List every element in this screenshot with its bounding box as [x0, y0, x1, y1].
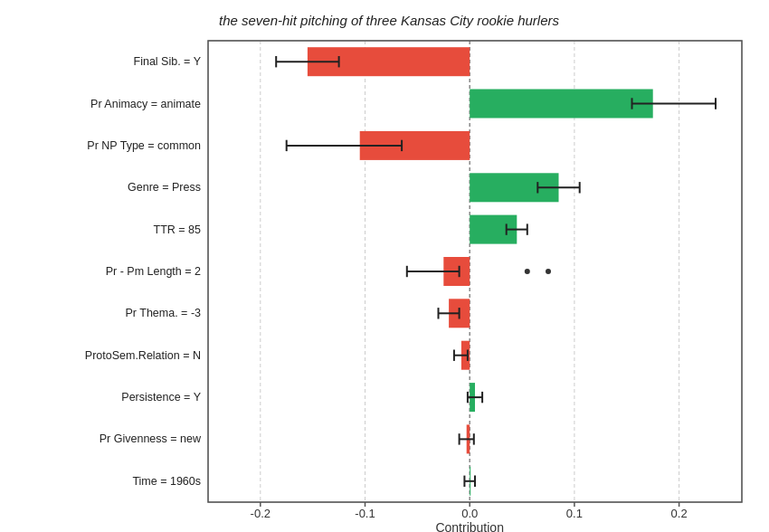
x-tick-zero: 0.0 — [461, 507, 478, 520]
y-label-5: Pr - Pm Length = 2 — [106, 265, 201, 278]
x-tick-01: 0.1 — [566, 507, 583, 520]
bar-1 — [470, 90, 653, 119]
y-label-1: Pr Animacy = animate — [90, 98, 201, 110]
y-label-8: Persistence = Y — [121, 391, 201, 404]
x-tick-minus02: -0.2 — [251, 507, 271, 520]
y-label-0: Final Sib. = Y — [134, 55, 202, 68]
y-label-7: ProtoSem.Relation = N — [85, 349, 201, 362]
y-label-6: Pr Thema. = -3 — [126, 307, 202, 319]
main-chart: the seven-hit pitching of three Kansas C… — [0, 0, 769, 532]
y-label-2: Pr NP Type = common — [87, 139, 201, 152]
outlier-5-1 — [525, 269, 530, 274]
x-axis-label: Contribution — [435, 520, 504, 532]
y-label-4: TTR = 85 — [154, 223, 201, 236]
chart-container: the seven-hit pitching of three Kansas C… — [0, 0, 769, 532]
chart-title: the seven-hit pitching of three Kansas C… — [219, 13, 560, 28]
y-label-10: Time = 1960s — [132, 475, 201, 488]
y-label-3: Genre = Press — [128, 181, 201, 194]
outlier-5-2 — [546, 269, 551, 274]
x-tick-minus01: -0.1 — [355, 507, 375, 520]
x-tick-02: 0.2 — [671, 507, 688, 520]
y-label-9: Pr Givenness = new — [100, 432, 202, 445]
